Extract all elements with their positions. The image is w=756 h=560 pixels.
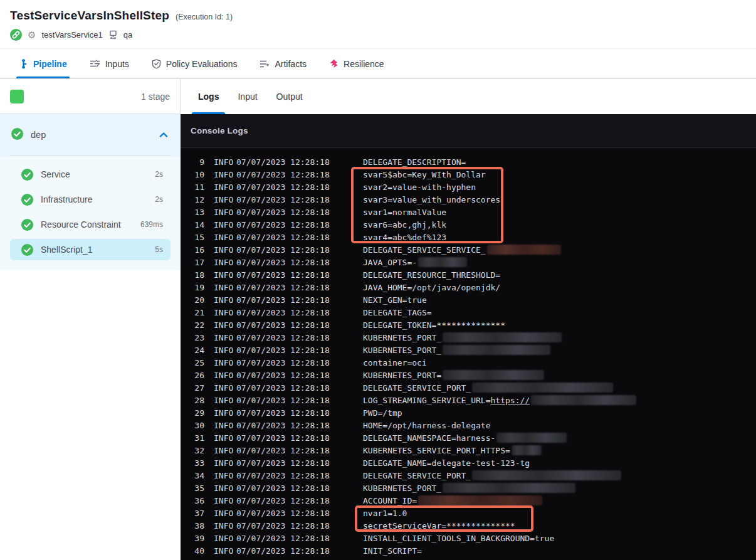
log-text: KUBERNETES_PORT_ <box>363 346 441 355</box>
main-tabs: PipelineInputsPolicy EvaluationsArtifact… <box>0 49 756 79</box>
log-line-number: 37 <box>188 509 204 518</box>
stage-header: 1 stage <box>0 79 181 114</box>
step-row-infrastructure[interactable]: Infrastructure2s <box>10 189 171 210</box>
step-row-resource-constraint[interactable]: Resource Constraint639ms <box>10 214 171 235</box>
step-success-icon <box>21 219 33 231</box>
log-message: nvar1=1.0 <box>363 509 407 518</box>
log-line: 13INFO07/07/2023 12:28:18svar1=normalVal… <box>188 206 756 218</box>
log-message: DELEGATE_SERVICE_PORT_ <box>363 383 613 393</box>
tab-artifacts[interactable]: Artifacts <box>260 49 307 78</box>
log-timestamp: 07/07/2023 12:28:18 <box>236 220 363 230</box>
console-header: Console Logs <box>181 114 756 148</box>
log-line-number: 13 <box>188 208 204 217</box>
log-level: INFO <box>214 509 236 518</box>
log-line: 16INFO07/07/2023 12:28:18DELEGATE_SERVIC… <box>188 243 756 256</box>
step-duration: 2s <box>155 195 163 204</box>
log-timestamp: 07/07/2023 12:28:18 <box>236 283 363 292</box>
log-text: nvar1=1.0 <box>363 509 407 518</box>
step-duration: 2s <box>155 170 163 179</box>
step-row-service[interactable]: Service2s <box>10 164 171 185</box>
log-message: KUBERNETES_PORT_ <box>363 345 550 355</box>
tab-resilience[interactable]: Resilience <box>329 49 384 78</box>
log-message: svar1=normalValue <box>363 208 446 217</box>
tab-policy-evaluations[interactable]: Policy Evaluations <box>152 49 238 78</box>
log-message: KUBERNETES_PORT_ <box>363 332 562 342</box>
redaction-block <box>531 395 636 405</box>
log-message: secretServiceVar=************** <box>363 521 515 531</box>
log-line: 15INFO07/07/2023 12:28:18svar4=abc%def%1… <box>188 231 756 243</box>
log-level: INFO <box>214 182 236 192</box>
log-level: INFO <box>214 396 236 405</box>
log-level: INFO <box>214 308 236 317</box>
log-timestamp: 07/07/2023 12:28:18 <box>236 245 363 255</box>
redaction-block <box>443 370 544 380</box>
log-message: DELEGATE_NAME=delegate-test-123-tg <box>363 458 530 468</box>
log-line-number: 29 <box>188 408 204 418</box>
log-timestamp: 07/07/2023 12:28:18 <box>236 534 363 543</box>
log-line: 39INFO07/07/2023 12:28:18INSTALL_CLIENT_… <box>188 532 756 544</box>
log-text: DELEGATE_NAME=delegate-test-123-tg <box>363 458 530 468</box>
log-message: KUBERNETES_PORT_ <box>363 483 575 493</box>
log-message: DELEGATE_DESCRIPTION= <box>363 157 466 167</box>
redaction-block <box>512 445 542 455</box>
log-timestamp: 07/07/2023 12:28:18 <box>236 446 363 455</box>
log-text: svar3=value_with_underscores <box>363 195 500 204</box>
log-line-number: 35 <box>188 483 204 493</box>
console-log-list[interactable]: 9INFO07/07/2023 12:28:18DELEGATE_DESCRIP… <box>181 148 756 560</box>
redaction-block <box>472 383 613 393</box>
log-message: LOG_STREAMING_SERVICE_URL=https:// <box>363 395 636 405</box>
tab-label: Artifacts <box>275 59 307 69</box>
log-line: 34INFO07/07/2023 12:28:18DELEGATE_SERVIC… <box>188 469 756 482</box>
environment-name: qa <box>123 30 132 40</box>
log-message: DELEGATE_RESOURCE_THRESHOLD= <box>363 270 500 280</box>
step-duration: 5s <box>155 245 163 254</box>
console-panel: Console Logs 9INFO07/07/2023 12:28:18DEL… <box>181 114 756 560</box>
log-line: 28INFO07/07/2023 12:28:18LOG_STREAMING_S… <box>188 394 756 406</box>
redaction-block <box>418 257 467 267</box>
log-text: JAVA_HOME=/opt/java/openjdk/ <box>363 283 500 292</box>
log-timestamp: 07/07/2023 12:28:18 <box>236 308 363 317</box>
log-timestamp: 07/07/2023 12:28:18 <box>236 458 363 468</box>
service-name: testVarsService1 <box>41 30 102 40</box>
log-message: DELEGATE_SERVICE_PORT_ <box>363 470 621 480</box>
stage-group-row[interactable]: dep <box>0 114 181 156</box>
log-timestamp: 07/07/2023 12:28:18 <box>236 396 363 405</box>
log-level: INFO <box>214 233 236 242</box>
tab-pipeline[interactable]: Pipeline <box>19 49 67 78</box>
stage-count: 1 stage <box>141 92 170 102</box>
log-text: KUBERNETES_SERVICE_PORT_HTTPS= <box>363 446 510 455</box>
redaction-block <box>443 332 562 342</box>
log-level: INFO <box>214 446 236 455</box>
log-message: svar5$abc=Key_WIth_Dollar <box>363 170 486 179</box>
tab-inputs[interactable]: Inputs <box>90 49 129 78</box>
step-row-shellscript-1[interactable]: ShellScript_15s <box>10 239 171 260</box>
page-header: TestServiceVarsInShellStep (Execution Id… <box>0 0 756 49</box>
log-level: INFO <box>214 471 236 480</box>
log-link[interactable]: https:// <box>491 396 530 405</box>
log-timestamp: 07/07/2023 12:28:18 <box>236 182 363 192</box>
log-level: INFO <box>214 496 236 505</box>
log-timestamp: 07/07/2023 12:28:18 <box>236 433 363 443</box>
chevron-up-icon[interactable] <box>159 131 168 139</box>
log-level: INFO <box>214 258 236 267</box>
log-text: ACCOUNT_ID= <box>363 496 417 505</box>
log-line-number: 16 <box>188 245 204 255</box>
log-text: secretServiceVar=************** <box>363 521 515 531</box>
log-line-number: 21 <box>188 308 204 317</box>
log-timestamp: 07/07/2023 12:28:18 <box>236 521 363 531</box>
step-name: ShellScript_1 <box>41 245 93 255</box>
log-level: INFO <box>214 458 236 468</box>
tab-label: Resilience <box>344 59 384 69</box>
step-name: Resource Constraint <box>41 219 121 230</box>
redaction-block <box>443 483 575 493</box>
tab-input[interactable]: Input <box>238 79 257 114</box>
log-timestamp: 07/07/2023 12:28:18 <box>236 483 363 493</box>
log-line: 26INFO07/07/2023 12:28:18KUBERNETES_PORT… <box>188 369 756 381</box>
tab-output[interactable]: Output <box>276 79 303 114</box>
log-message: svar2=value-with-hyphen <box>363 182 476 192</box>
tab-logs[interactable]: Logs <box>198 79 219 114</box>
step-name: Infrastructure <box>41 194 92 204</box>
log-level: INFO <box>214 245 236 255</box>
log-line-number: 28 <box>188 396 204 405</box>
log-line-number: 11 <box>188 182 204 192</box>
